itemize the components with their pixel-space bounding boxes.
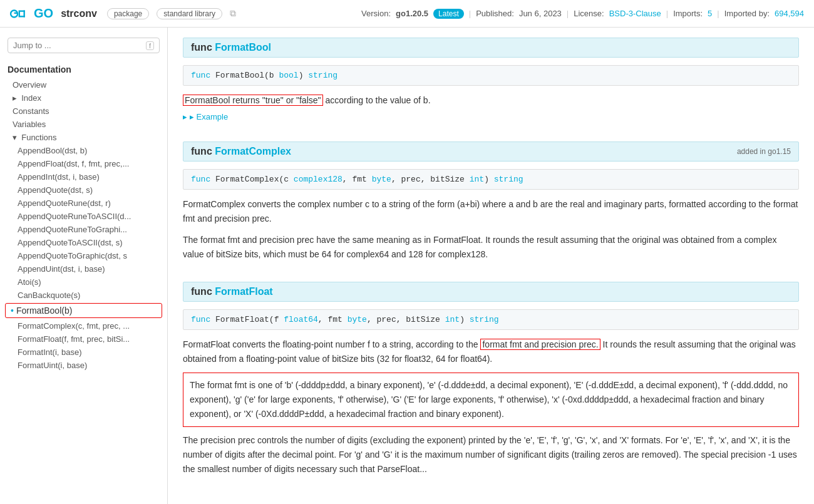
formatbool-signature: func FormatBool(b bool) string <box>183 65 799 86</box>
sidebar-item-formatbool-active[interactable]: • FormatBool(b) <box>5 303 162 318</box>
published-label: Published: <box>476 9 514 18</box>
formatbool-title: func FormatBool <box>191 42 271 53</box>
jump-to-box[interactable]: f <box>8 38 160 53</box>
formatcomplex-name[interactable]: FormatComplex <box>215 146 291 157</box>
formatfloat-header: func FormatFloat <box>183 282 799 302</box>
sidebar-section-title: Documentation <box>0 61 167 78</box>
triangle-icon: ▸ <box>183 112 187 121</box>
content-area: func FormatBool func FormatBool(b bool) … <box>168 28 814 504</box>
svg-rect-2 <box>19 10 20 17</box>
example-label[interactable]: ▸ Example <box>190 112 228 121</box>
formatbool-highlight: FormatBool returns "true" or "false" <box>183 95 323 106</box>
sidebar-item-formatfloat[interactable]: FormatFloat(f, fmt, prec, bitSi... <box>0 332 167 346</box>
func-keyword2: func <box>191 146 215 157</box>
sidebar-item-appendbool[interactable]: AppendBool(dst, b) <box>0 144 167 157</box>
sidebar-item-appendquote[interactable]: AppendQuote(dst, s) <box>0 183 167 197</box>
sidebar-item-appendquoterunetographic[interactable]: AppendQuoteRuneToGraphi... <box>0 223 167 236</box>
sidebar-item-formatint[interactable]: FormatInt(i, base) <box>0 346 167 359</box>
func-keyword: func <box>191 42 215 53</box>
formatcomplex-added: added in go1.15 <box>737 147 791 156</box>
formatbool-header: func FormatBool <box>183 38 799 58</box>
formatcomplex-title: func FormatComplex <box>191 146 291 157</box>
func-keyword3: func <box>191 286 215 297</box>
sidebar-item-constants[interactable]: Constants <box>0 105 167 118</box>
formatcomplex-desc2: The format fmt and precision prec have t… <box>183 233 799 262</box>
imported-label: Imported by: <box>724 9 770 18</box>
formatcomplex-desc1: FormatComplex converts the complex numbe… <box>183 197 799 226</box>
formatfloat-name[interactable]: FormatFloat <box>215 286 272 297</box>
imports-label: Imports: <box>673 9 703 18</box>
latest-badge[interactable]: Latest <box>433 9 464 19</box>
formatfloat-highlight: format fmt and precision prec. <box>480 339 600 350</box>
header-meta: Version: go1.20.5 Latest | Published: Ju… <box>361 9 804 19</box>
sidebar-item-formatbool-label: FormatBool(b) <box>16 306 72 316</box>
bullet-icon: • <box>11 306 14 316</box>
version-value: go1.20.5 <box>396 9 428 18</box>
sidebar-item-variables[interactable]: Variables <box>0 118 167 131</box>
formatcomplex-section: func FormatComplex added in go1.15 func … <box>183 141 799 261</box>
sidebar-item-atoi[interactable]: Atoi(s) <box>0 275 167 289</box>
sidebar-item-canbackquote[interactable]: CanBackquote(s) <box>0 289 167 302</box>
sidebar-item-index[interactable]: ▸ Index <box>0 91 167 105</box>
main-layout: f Documentation Overview ▸ Index Constan… <box>0 28 814 504</box>
formatfloat-signature: func FormatFloat(f float64, fmt byte, pr… <box>183 309 799 330</box>
license-label: License: <box>574 9 604 18</box>
sidebar: f Documentation Overview ▸ Index Constan… <box>0 28 168 504</box>
imported-count[interactable]: 694,594 <box>775 9 804 18</box>
version-label: Version: <box>361 9 391 18</box>
go-text: GO <box>34 6 53 21</box>
license-link[interactable]: BSD-3-Clause <box>609 9 661 18</box>
formatfloat-desc1: FormatFloat converts the floating-point … <box>183 337 799 366</box>
formatcomplex-header: func FormatComplex added in go1.15 <box>183 141 799 162</box>
sidebar-item-appendquotetographic[interactable]: AppendQuoteToGraphic(dst, s <box>0 249 167 262</box>
formatfloat-desc2-bordered: The format fmt is one of 'b' (-ddddp±ddd… <box>183 373 799 427</box>
sidebar-item-overview[interactable]: Overview <box>0 78 167 91</box>
badge-package[interactable]: package <box>107 8 149 19</box>
sidebar-item-formatcomplex[interactable]: FormatComplex(c, fmt, prec, ... <box>0 319 167 332</box>
svg-rect-5 <box>24 10 25 17</box>
sidebar-item-appendquoterunetoascii[interactable]: AppendQuoteRuneToASCII(d... <box>0 210 167 223</box>
sidebar-item-formatuint[interactable]: FormatUint(i, base) <box>0 359 167 372</box>
formatfloat-desc3: The precision prec controls the number o… <box>183 433 799 476</box>
formatfloat-title: func FormatFloat <box>191 286 273 297</box>
sidebar-item-appendfloat[interactable]: AppendFloat(dst, f, fmt, prec,... <box>0 157 167 170</box>
top-header: GO strconv package standard library ⧉ Ve… <box>0 0 814 28</box>
sidebar-item-appenduint[interactable]: AppendUint(dst, i, base) <box>0 262 167 275</box>
sidebar-item-functions[interactable]: ▾ Functions <box>0 131 167 144</box>
formatcomplex-signature: func FormatComplex(c complex128, fmt byt… <box>183 169 799 190</box>
formatfloat-section: func FormatFloat func FormatFloat(f floa… <box>183 282 799 477</box>
sidebar-item-appendquoterune[interactable]: AppendQuoteRune(dst, r) <box>0 197 167 210</box>
jump-shortcut: f <box>146 41 154 50</box>
copy-icon[interactable]: ⧉ <box>230 8 236 19</box>
jump-to-input[interactable] <box>13 41 146 50</box>
badge-stdlib[interactable]: standard library <box>157 8 222 19</box>
sidebar-item-appendquotetoascii[interactable]: AppendQuoteToASCII(dst, s) <box>0 236 167 249</box>
imports-count[interactable]: 5 <box>708 9 712 18</box>
go-logo[interactable]: GO <box>10 6 53 21</box>
formatbool-desc: FormatBool returns "true" or "false" acc… <box>183 93 799 107</box>
package-name: strconv <box>61 8 97 19</box>
formatbool-section: func FormatBool func FormatBool(b bool) … <box>183 38 799 121</box>
formatbool-name[interactable]: FormatBool <box>215 42 271 53</box>
svg-rect-1 <box>14 12 18 13</box>
sidebar-item-appendint[interactable]: AppendInt(dst, i, base) <box>0 170 167 183</box>
example-link[interactable]: ▸ ▸ Example <box>183 112 799 121</box>
published-date: Jun 6, 2023 <box>519 9 562 18</box>
